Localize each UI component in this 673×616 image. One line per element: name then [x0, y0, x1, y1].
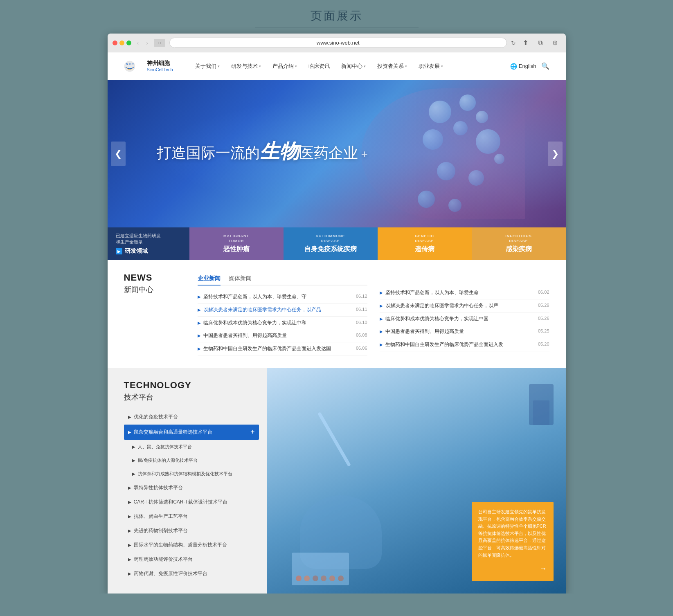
nav-careers[interactable]: 职业发展 ▾	[413, 63, 449, 70]
nav-products[interactable]: 产品介绍 ▾	[267, 63, 303, 70]
search-button[interactable]: 🔍	[541, 62, 549, 70]
chevron-down-icon: ▾	[405, 64, 407, 68]
list-item[interactable]: ▶ 抗体、蛋白生产工艺平台	[124, 510, 259, 523]
logo-text: 神州细胞 SinoCellTech	[147, 59, 173, 72]
tab-enterprise-news[interactable]: 企业新闻	[198, 272, 221, 286]
list-item[interactable]: ▶ 中国患者患者买得到、用得起高质量 05.25	[380, 325, 549, 338]
research-areas: MALIGNANTTUMOR 恶性肿瘤 AUTOIMMUNEDISEASE 自身…	[189, 227, 566, 260]
hero-next-button[interactable]: ❯	[548, 142, 563, 166]
research-area-autoimmune[interactable]: AUTOIMMUNEDISEASE 自身免疫系统疾病	[284, 227, 378, 260]
page-title: 页面展示	[0, 8, 673, 24]
research-area-genetic[interactable]: GENETICDISEASE 遗传病	[378, 227, 472, 260]
language-button[interactable]: 🌐 English	[510, 63, 536, 70]
arrow-right-icon: ▶	[132, 458, 135, 463]
news-list-left: ▶ 坚持技术和产品创新，以人为本、珍爱生命、守 06.12 ▶ 以解决患者未满足…	[198, 290, 367, 355]
tech-image-area: 公司自主研发建立领先的鼠单抗发现平台，包含高融合效率杂交瘤交融、抗原调的特异性单…	[267, 368, 566, 594]
tab-icon: □	[154, 39, 165, 47]
news-column-right: ▶ 坚持技术和产品创新，以人为本、珍爱生命 06.02 ▶ 以解决患者未满足的临…	[380, 272, 549, 355]
chevron-down-icon: ▾	[218, 64, 220, 68]
window-controls	[113, 40, 131, 45]
arrow-right-icon: ▶	[128, 514, 131, 519]
nav-news[interactable]: 新闻中心 ▾	[335, 63, 371, 70]
list-item[interactable]: ▶ 以解决患者未满足的临床医学需求为中心任务，以产品 06.11	[198, 304, 367, 317]
nav-about[interactable]: 关于我们 ▾	[189, 63, 225, 70]
list-item[interactable]: ▶ 优化的免疫技术平台	[124, 410, 259, 424]
arrow-right-icon: ▶	[198, 333, 201, 338]
chevron-down-icon: ▾	[364, 64, 366, 68]
list-item[interactable]: ▶ 药物代谢、免疫原性评价技术平台	[124, 567, 259, 580]
list-item[interactable]: ▶ CAR-T抗体筛选和CAR-T载体设计技术平台	[124, 495, 259, 509]
arrow-right-icon: ▶	[128, 571, 131, 576]
list-item[interactable]: ▶ 人、鼠、兔抗抗体技术平台	[124, 441, 259, 453]
list-item[interactable]: ▶ 坚持技术和产品创新，以人为本、珍爱生命、守 06.12	[198, 290, 367, 304]
browser-window: ‹ › □ www.sino-web.net ↻ ⬆ ⧉ ⊕ S C T 神州细…	[108, 34, 566, 594]
list-item[interactable]: ▶ 生物药和中国自主研发生产的临床优势产品全面进入发 05.20	[380, 338, 549, 351]
browser-actions: ⬆ ⧉ ⊕	[520, 38, 561, 48]
list-item[interactable]: ▶ 以解决患者未满足的临床医学需求为中心任务，以严 05.29	[380, 299, 549, 312]
research-label: ▶ 研发领域	[116, 247, 181, 255]
chevron-right-icon: ❯	[551, 148, 559, 159]
nav-investors[interactable]: 投资者关系 ▾	[371, 63, 413, 70]
logo-area[interactable]: S C T 神州细胞 SinoCellTech	[124, 59, 173, 74]
news-header: NEWS 新闻中心	[124, 272, 181, 355]
chevron-down-icon: ▾	[441, 64, 443, 68]
list-item[interactable]: ▶ 先进的药物制剂技术平台	[124, 524, 259, 537]
site-nav: 关于我们 ▾ 研发与技术 ▾ 产品介绍 ▾ 临床资讯 新闻中心 ▾ 投资者关系 …	[189, 63, 510, 70]
arrow-right-icon: ▶	[198, 321, 201, 325]
arrow-right-icon: ▶	[198, 295, 201, 299]
arrow-right-icon: ▶	[132, 472, 135, 476]
arrow-right-icon: ▶	[128, 500, 131, 504]
list-item[interactable]: ▶ 鼠/免疫抗体的人源化技术平台	[124, 454, 259, 467]
news-tabs: 企业新闻 媒体新闻	[198, 272, 367, 286]
tab-media-news[interactable]: 媒体新闻	[229, 272, 252, 286]
site-header: S C T 神州细胞 SinoCellTech 关于我们 ▾ 研发与技术 ▾ 产…	[108, 52, 566, 80]
list-item[interactable]: ▶ 药理药效功能评价技术平台	[124, 553, 259, 566]
extensions-button[interactable]: ⊕	[549, 38, 561, 48]
minimize-button[interactable]	[119, 40, 124, 45]
hero-prev-button[interactable]: ❮	[111, 142, 126, 166]
list-item[interactable]: ▶ 双特异性抗体技术平台	[124, 481, 259, 495]
arrow-right-icon: ▶	[198, 346, 201, 351]
refresh-icon[interactable]: ↻	[511, 40, 516, 46]
list-item[interactable]: ▶ 临床优势和成本优势为核心竞争力，实现让中国 05.26	[380, 312, 549, 326]
arrow-right-icon: ▶	[116, 248, 122, 254]
tech-sidebar: TECHNOLOGY 技术平台 ▶ 优化的免疫技术平台 ▶ 鼠杂交瘤融合和高通量…	[108, 368, 267, 594]
nav-clinical[interactable]: 临床资讯	[303, 63, 335, 70]
list-item[interactable]: ▶ 生物药和中国自主研发生产的临床优势产品全面进入发达国 06.06	[198, 342, 367, 355]
list-item[interactable]: ▶ 抗体亲和力成熟和抗体结构模拟及优化技术平台	[124, 468, 259, 480]
chevron-down-icon: ▾	[259, 64, 261, 68]
news-section: NEWS 新闻中心 企业新闻 媒体新闻 ▶ 坚持技术和产品创新，以人为本、珍爱生…	[108, 260, 566, 368]
tech-info-box: 公司自主研发建立领先的鼠单抗发现平台，包含高融合效率杂交瘤交融、抗原调的特异性单…	[472, 502, 554, 581]
research-area-tumor[interactable]: MALIGNANTTUMOR 恶性肿瘤	[189, 227, 284, 260]
url-bar[interactable]: www.sino-web.net	[169, 38, 507, 48]
research-bar: 已建立适应生物药研发和生产全链条 ▶ 研发领域 MALIGNANTTUMOR 恶…	[108, 227, 566, 260]
arrow-right-icon: ▶	[380, 342, 383, 347]
list-item-active[interactable]: ▶ 鼠杂交瘤融合和高通量筛选技术平台 +	[124, 425, 259, 440]
list-item[interactable]: ▶ 中国患者患者买得到、用得起高高质量 06.08	[198, 329, 367, 342]
arrow-right-icon: →	[478, 563, 547, 575]
list-item[interactable]: ▶ 坚持技术和产品创新，以人为本、珍爱生命 06.02	[380, 286, 549, 299]
share-button[interactable]: ⬆	[520, 38, 531, 48]
nav-rd[interactable]: 研发与技术 ▾	[225, 63, 267, 70]
browser-chrome: ‹ › □ www.sino-web.net ↻ ⬆ ⧉ ⊕	[108, 34, 566, 52]
list-item[interactable]: ▶ 临床优势和成本优势为核心竞争力，实现让中和 06.10	[198, 317, 367, 330]
arrow-right-icon: ▶	[380, 304, 383, 308]
forward-button[interactable]: ›	[144, 39, 150, 47]
maximize-button[interactable]	[126, 40, 131, 45]
arrow-right-icon: ▶	[198, 308, 201, 312]
arrow-right-icon: ▶	[128, 528, 131, 533]
news-column-left: 企业新闻 媒体新闻 ▶ 坚持技术和产品创新，以人为本、珍爱生命、守 06.12 …	[198, 272, 367, 355]
chevron-down-icon: ▾	[295, 64, 297, 68]
svg-text:S: S	[126, 63, 128, 65]
hero-title: 打造国际一流的生物医药企业+	[157, 139, 368, 163]
list-item[interactable]: ▶ 国际水平的生物药结构、质量分析技术平台	[124, 538, 259, 552]
arrow-right-icon: ▶	[128, 543, 131, 547]
svg-text:T: T	[132, 63, 134, 65]
close-button[interactable]	[113, 40, 117, 45]
hero-banner: 打造国际一流的生物医药企业+ ❮ ❯	[108, 80, 566, 227]
new-tab-button[interactable]: ⧉	[535, 38, 546, 48]
svg-text:C: C	[129, 63, 131, 65]
globe-icon: 🌐	[510, 63, 517, 70]
back-button[interactable]: ‹	[135, 39, 141, 47]
research-area-infectious[interactable]: INFECTIOUSDISEASE 感染疾病	[472, 227, 566, 260]
